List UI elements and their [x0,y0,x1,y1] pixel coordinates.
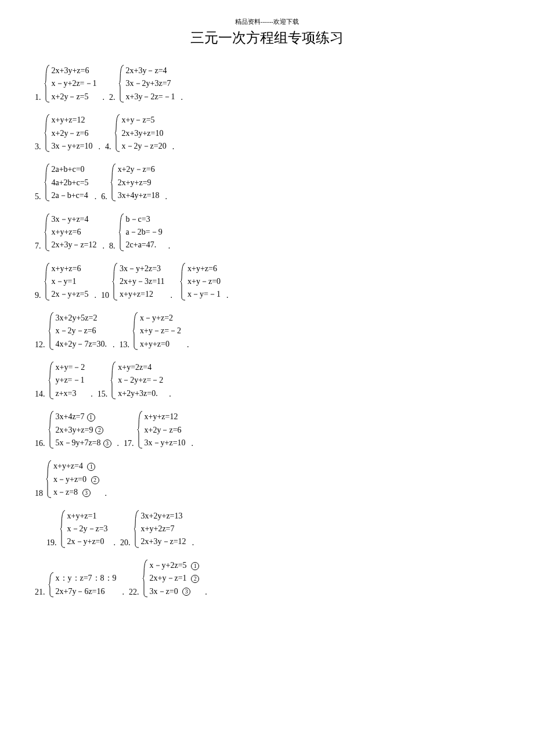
period: . [169,390,171,400]
problem-number: 13. [120,340,130,351]
problem-number: 2. [109,93,116,103]
period: . [105,489,107,499]
problem-number: 6. [101,192,107,203]
equation: x+y－z=0 [187,275,221,288]
problem-item: 5. 2a+b+c=04a+2b+c=52a－b+c=4 [35,163,89,202]
problem-number: 4. [105,142,111,153]
problem-row: 18 x+y+z=4 1x－y+z=0 2x－z=8 3. [35,460,505,499]
equation: x+y+z=12 [52,114,93,127]
brace-icon [115,114,121,152]
period: . [113,340,115,351]
brace-icon [49,572,55,597]
period: . [205,588,207,598]
problem-item: 13. x－y+z=2x+y－z=－2x+y+z=0 [120,312,182,351]
problem-number: 20. [120,538,131,549]
problem-row: 19. x+y+z=1x－2y－z=32x－y+z=0.20. 3x+2y+z=… [46,510,505,549]
equation: 2a+b+c=0 [52,163,89,176]
equation-system: x－y+z=2x+y－z=－2x+y+z=0 [133,312,181,351]
problem-item: 2. 2x+3y－z=43x－2y+3z=7x+3y－2z=－1 [109,64,175,103]
equation-system: x+y+z=6x+y－z=0x－y=－1 [181,262,221,301]
equation: 2c+a=47. [126,239,163,251]
problem-number: 14. [35,390,45,400]
equation: x－2y－z=20 [122,140,167,153]
equation: x－z=8 3 [53,486,99,499]
period: . [187,340,189,351]
equations: 3x－y+z=4x+y+z=62x+3y－z=12 [50,213,97,252]
equation: y+z=－1 [56,374,85,387]
period: . [99,142,101,153]
period: . [117,439,120,449]
equations: 2x+3y－z=43x－2y+3z=7x+3y－2z=－1 [125,64,175,103]
equation: 5x－9y+7z=83 [56,437,111,449]
equation: x+2y－z=5 [52,91,97,103]
period: . [226,291,229,301]
problem-item: 9. x+y+z=6x－y=12x－y+z=5 [35,262,89,301]
equation: 2x+3y+z=6 [52,64,97,77]
period: . [181,93,183,103]
equation: 2x+3y－z=4 [126,64,175,77]
equation-system: x：y：z=7：8：92x+7y－6z=16 [49,572,117,598]
brace-icon [60,510,66,548]
equations: x：y：z=7：8：92x+7y－6z=16 [55,572,117,598]
equations: x－y+2z=5 12x+y－z=1 23x－z=0 3 [149,559,200,598]
equation: 3x+2y+z=13 [141,510,186,523]
equation-system: b－c=3a－2b=－92c+a=47. [119,213,163,252]
problem-number: 17. [124,439,134,449]
equation: x－y+z=2 [140,312,181,325]
equations: 3x－y+2z=32x+y－3z=11x+y+z=12 [118,262,165,301]
equation: 2x+3y－z=12 [141,535,186,548]
problem-item: 10 3x－y+2z=32x+y－3z=11x+y+z=12 [101,262,165,301]
problem-item: 15. x+y=2z=4x－2y+z=－2x+2y+3z=0. [98,361,164,400]
brace-icon [49,361,55,399]
equation: 3x－z=0 3 [150,585,200,598]
equations: x+y+z=1x－2y－z=32x－y+z=0 [66,510,108,549]
equation: 3x+2y+5z=2 [56,312,107,325]
period: . [95,291,97,301]
problem-item: 4. x+y－z=52x+3y+z=10x－2y－z=20 [105,114,167,153]
brace-icon [181,262,186,301]
problem-row: 9. x+y+z=6x－y=12x－y+z=5.10 3x－y+2z=32x+y… [35,262,505,301]
equations: 3x+2y+z=13x+y+2z=72x+3y－z=12 [140,510,186,549]
problem-number: 10 [101,291,109,301]
equation: 4x+2y－7z=30. [56,338,107,351]
equation: x+2y－z=6 [118,163,160,176]
equations: 2a+b+c=04a+2b+c=52a－b+c=4 [50,163,89,202]
period: . [122,588,125,598]
equation: 2x－y+z=5 [52,288,89,301]
header-small-text: 精品资料------欢迎下载 [29,17,505,26]
problem-row: 1. 2x+3y+z=6x－y+2z=－1x+2y－z=5.2. 2x+3y－z… [35,64,505,103]
problem-row: 21. x：y：z=7：8：92x+7y－6z=16.22. x－y+2z=5 … [35,559,505,598]
equations: b－c=3a－2b=－92c+a=47. [125,213,163,252]
period: . [114,538,116,549]
problem-row: 7. 3x－y+z=4x+y+z=62x+3y－z=12.8. b－c=3a－2… [35,213,505,252]
brace-icon [119,64,125,103]
equation: x+y+z=6 [52,262,89,275]
problem-number: 3. [35,142,41,153]
equations: 3x+2y+5z=2x－2y－z=64x+2y－7z=30. [55,312,107,351]
equation: b－c=3 [126,213,163,226]
equation: 3x－y+z=10 [145,437,186,449]
equation-system: 2x+3y－z=43x－2y+3z=7x+3y－2z=－1 [119,64,175,103]
problem-item: 8. b－c=3a－2b=－92c+a=47. [109,213,163,252]
equation-system: 2a+b+c=04a+2b+c=52a－b+c=4 [45,163,89,202]
equations: x+y+z=6x+y－z=0x－y=－1 [186,262,221,301]
equation: x－2y－z=3 [67,523,108,535]
equation: x+2y+3z=0. [118,387,163,400]
equations: 2x+3y+z=6x－y+2z=－1x+2y－z=5 [50,64,97,103]
period: . [103,242,105,252]
equation-system: 2x+3y+z=6x－y+2z=－1x+2y－z=5 [45,64,97,103]
equation: x：y：z=7：8：9 [56,572,117,585]
problem-number: 12. [35,340,45,351]
equation: x+y=－2 [56,361,85,374]
brace-icon [113,262,118,301]
problem-number: 19. [46,538,57,549]
problem-row: 3. x+y+z=12x+2y－z=63x－y+z=10.4. x+y－z=52… [35,114,505,153]
equations: x+y+z=12x+2y－z=63x－y+z=10 [143,411,186,449]
brace-icon [119,213,125,251]
equation: x+y－z=－2 [140,325,181,337]
problem-number: 15. [98,390,108,400]
equation: x+2y－z=6 [52,127,93,140]
equation-system: 3x+4z=712x+3y+z=925x－9y+7z=83 [49,411,111,449]
equation: 2x+3y+z=92 [56,424,111,437]
equation: x+y+z=6 [187,262,221,275]
